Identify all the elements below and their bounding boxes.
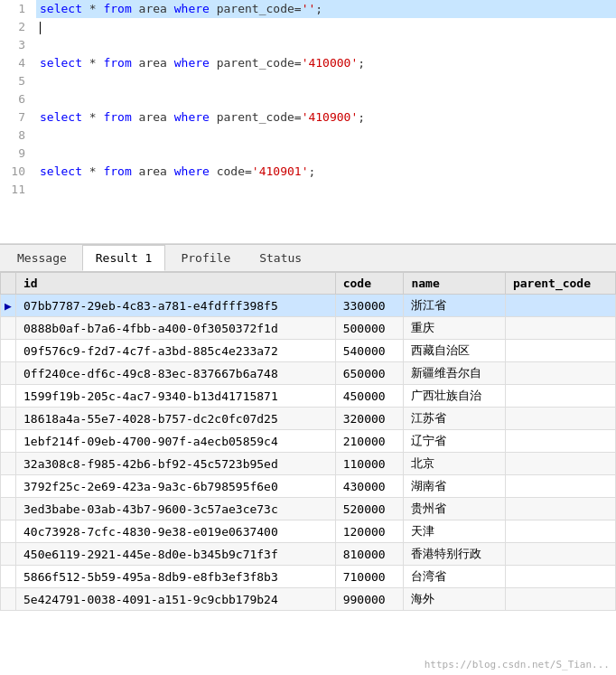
code-line-11[interactable]: 11 bbox=[0, 181, 616, 199]
col-indicator bbox=[1, 273, 16, 295]
cell-id: 40c73928-7cfc-4830-9e38-e019e0637400 bbox=[16, 520, 336, 543]
results-table: idcodenameparent_code ▶07bb7787-29eb-4c8… bbox=[0, 272, 616, 611]
table-row[interactable]: 18618a4a-55e7-4028-b757-dc2c0fc07d253200… bbox=[1, 408, 616, 430]
text-cursor bbox=[40, 22, 41, 34]
results-area: idcodenameparent_code ▶07bb7787-29eb-4c8… bbox=[0, 272, 616, 611]
cell-code: 520000 bbox=[335, 498, 404, 520]
tab-profile[interactable]: Profile bbox=[167, 245, 244, 271]
line-number: 5 bbox=[0, 72, 36, 90]
cell-code: 810000 bbox=[335, 543, 404, 566]
cell-code: 710000 bbox=[335, 566, 404, 588]
cell-id: 09f576c9-f2d7-4c7f-a3bd-885c4e233a72 bbox=[16, 340, 336, 362]
line-number: 3 bbox=[0, 36, 36, 54]
table-row[interactable]: 09f576c9-f2d7-4c7f-a3bd-885c4e233a725400… bbox=[1, 340, 616, 362]
tabs-bar: MessageResult 1ProfileStatus bbox=[0, 244, 616, 272]
tab-result-1[interactable]: Result 1 bbox=[82, 245, 166, 271]
col-header-parent_code: parent_code bbox=[505, 273, 615, 295]
cell-code: 120000 bbox=[335, 520, 404, 543]
line-number: 7 bbox=[0, 108, 36, 127]
cell-parent_code bbox=[505, 475, 615, 498]
cell-id: 5e424791-0038-4091-a151-9c9cbb179b24 bbox=[16, 588, 336, 611]
code-line-5[interactable]: 5 bbox=[0, 72, 616, 90]
cell-code: 450000 bbox=[335, 385, 404, 408]
code-line-6[interactable]: 6 bbox=[0, 90, 616, 108]
col-header-code: code bbox=[335, 273, 404, 295]
table-row[interactable]: 5866f512-5b59-495a-8db9-e8fb3ef3f8b37100… bbox=[1, 566, 616, 588]
row-indicator bbox=[1, 385, 16, 408]
table-row[interactable]: 3ed3babe-03ab-43b7-9600-3c57ae3ce73c5200… bbox=[1, 498, 616, 520]
cell-id: 07bb7787-29eb-4c83-a781-e4fdfff398f5 bbox=[16, 295, 336, 317]
table-row[interactable]: 5e424791-0038-4091-a151-9c9cbb179b249900… bbox=[1, 588, 616, 611]
cell-id: 5866f512-5b59-495a-8db9-e8fb3ef3f8b3 bbox=[16, 566, 336, 588]
row-indicator bbox=[1, 340, 16, 362]
tab-message[interactable]: Message bbox=[4, 245, 80, 271]
cell-parent_code bbox=[505, 520, 615, 543]
cell-parent_code bbox=[505, 566, 615, 588]
cell-name: 海外 bbox=[404, 588, 505, 611]
cell-id: 0ff240ce-df6c-49c8-83ec-837667b6a748 bbox=[16, 362, 336, 385]
cell-name: 天津 bbox=[404, 520, 505, 543]
line-content: select * from area where parent_code='41… bbox=[36, 54, 616, 72]
table-row[interactable]: ▶07bb7787-29eb-4c83-a781-e4fdfff398f5330… bbox=[1, 295, 616, 317]
table-row[interactable]: 3792f25c-2e69-423a-9a3c-6b798595f6e04300… bbox=[1, 475, 616, 498]
table-row[interactable]: 450e6119-2921-445e-8d0e-b345b9c71f3f8100… bbox=[1, 543, 616, 566]
table-row[interactable]: 1ebf214f-09eb-4700-907f-a4ecb05859c42100… bbox=[1, 430, 616, 453]
cell-id: 1ebf214f-09eb-4700-907f-a4ecb05859c4 bbox=[16, 430, 336, 453]
line-content: select * from area where parent_code='41… bbox=[36, 108, 616, 127]
row-indicator bbox=[1, 520, 16, 543]
row-indicator bbox=[1, 543, 16, 566]
code-line-2[interactable]: 2 bbox=[0, 18, 616, 36]
col-header-name: name bbox=[404, 273, 505, 295]
line-content bbox=[36, 36, 616, 54]
cell-parent_code bbox=[505, 385, 615, 408]
code-line-10[interactable]: 10select * from area where code='410901'… bbox=[0, 163, 616, 181]
cell-name: 湖南省 bbox=[404, 475, 505, 498]
line-number: 9 bbox=[0, 145, 36, 163]
row-indicator bbox=[1, 453, 16, 475]
cell-name: 辽宁省 bbox=[404, 430, 505, 453]
cell-name: 贵州省 bbox=[404, 498, 505, 520]
line-content bbox=[36, 90, 616, 108]
cell-parent_code bbox=[505, 340, 615, 362]
row-indicator bbox=[1, 498, 16, 520]
code-line-8[interactable]: 8 bbox=[0, 127, 616, 145]
row-indicator: ▶ bbox=[1, 295, 16, 317]
code-line-1[interactable]: 1select * from area where parent_code=''… bbox=[0, 0, 616, 18]
cell-name: 广西壮族自治 bbox=[404, 385, 505, 408]
table-row[interactable]: 1599f19b-205c-4ac7-9340-b13d417158714500… bbox=[1, 385, 616, 408]
line-number: 2 bbox=[0, 18, 36, 36]
line-content bbox=[36, 181, 616, 199]
cell-code: 500000 bbox=[335, 317, 404, 340]
row-indicator bbox=[1, 588, 16, 611]
cell-name: 香港特别行政 bbox=[404, 543, 505, 566]
cell-parent_code bbox=[505, 588, 615, 611]
line-number: 10 bbox=[0, 163, 36, 181]
line-content bbox=[36, 145, 616, 163]
cell-id: 3ed3babe-03ab-43b7-9600-3c57ae3ce73c bbox=[16, 498, 336, 520]
cell-parent_code bbox=[505, 453, 615, 475]
cell-name: 重庆 bbox=[404, 317, 505, 340]
table-row[interactable]: 32a308c8-f985-42b6-bf92-45c5723b95ed1100… bbox=[1, 453, 616, 475]
line-number: 11 bbox=[0, 181, 36, 199]
line-content: select * from area where parent_code=''; bbox=[36, 0, 616, 18]
code-line-7[interactable]: 7select * from area where parent_code='4… bbox=[0, 108, 616, 127]
cell-parent_code bbox=[505, 317, 615, 340]
code-editor[interactable]: 1select * from area where parent_code=''… bbox=[0, 0, 616, 244]
tab-status[interactable]: Status bbox=[246, 245, 315, 271]
cell-name: 台湾省 bbox=[404, 566, 505, 588]
col-header-id: id bbox=[16, 273, 336, 295]
code-line-4[interactable]: 4select * from area where parent_code='4… bbox=[0, 54, 616, 72]
line-number: 8 bbox=[0, 127, 36, 145]
table-row[interactable]: 40c73928-7cfc-4830-9e38-e019e06374001200… bbox=[1, 520, 616, 543]
table-row[interactable]: 0888b0af-b7a6-4fbb-a400-0f3050372f1d5000… bbox=[1, 317, 616, 340]
cell-id: 1599f19b-205c-4ac7-9340-b13d41715871 bbox=[16, 385, 336, 408]
row-indicator bbox=[1, 362, 16, 385]
cell-name: 新疆维吾尔自 bbox=[404, 362, 505, 385]
cell-code: 320000 bbox=[335, 408, 404, 430]
table-row[interactable]: 0ff240ce-df6c-49c8-83ec-837667b6a7486500… bbox=[1, 362, 616, 385]
code-line-9[interactable]: 9 bbox=[0, 145, 616, 163]
cell-parent_code bbox=[505, 408, 615, 430]
code-line-3[interactable]: 3 bbox=[0, 36, 616, 54]
row-indicator bbox=[1, 475, 16, 498]
cell-code: 430000 bbox=[335, 475, 404, 498]
